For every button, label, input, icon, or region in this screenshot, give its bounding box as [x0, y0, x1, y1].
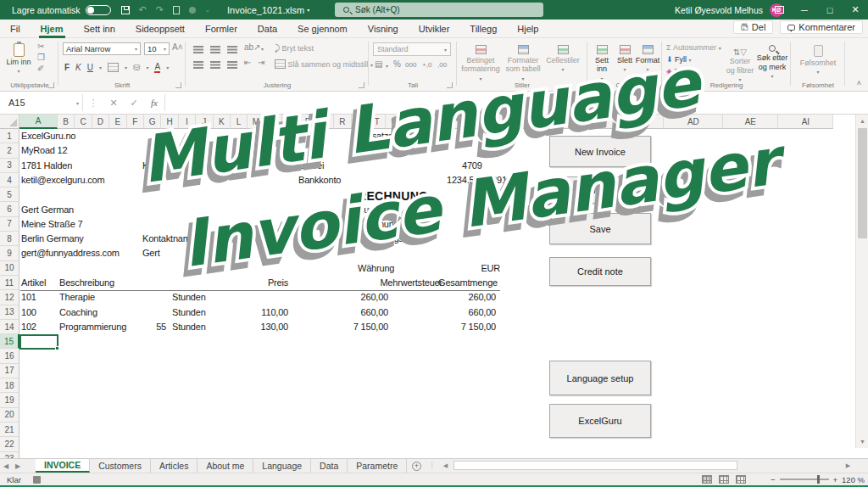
column-header-W[interactable]: W [420, 115, 437, 129]
fill-color-icon[interactable]: ⛁ [133, 64, 140, 72]
sheet-nav-left-icon[interactable]: ◀ [0, 459, 12, 473]
sheet-tab-invoice[interactable]: INVOICE [36, 459, 90, 473]
horizontal-scrollbar[interactable]: ◀ ▶ [437, 459, 854, 472]
column-header-R[interactable]: R [334, 115, 351, 129]
column-header-A[interactable]: A [19, 115, 58, 129]
column-header-AI[interactable]: AI [778, 115, 833, 129]
number-format-select[interactable]: Standard▾ [373, 42, 451, 56]
save-icon[interactable] [121, 6, 130, 14]
maximize-button[interactable]: □ [817, 0, 843, 20]
column-header-AC[interactable]: AC [604, 115, 664, 129]
fill-button[interactable]: ⬇ Fyll ▾ [666, 55, 692, 64]
menu-tab-sideoppsett[interactable]: Sideoppsett [125, 20, 195, 38]
decrease-decimal-icon[interactable]: ,00 [437, 61, 447, 70]
clipboard-dialog-launcher[interactable] [48, 82, 54, 88]
align-right-icon[interactable] [227, 61, 237, 63]
excelguru-button[interactable]: ExcelGuru [549, 404, 651, 438]
row-header-15[interactable]: 15 [0, 334, 19, 349]
menu-tab-visning[interactable]: Visning [358, 20, 409, 38]
row-header-7[interactable]: 7 [0, 217, 19, 232]
cancel-icon[interactable]: ✕ [103, 98, 124, 109]
column-header-T[interactable]: T [369, 115, 386, 129]
save-button[interactable]: Save [549, 213, 651, 244]
column-header-AA[interactable]: AA [516, 115, 560, 129]
insert-function-icon[interactable]: fx [144, 98, 164, 108]
increase-font-icon[interactable]: A˄ [172, 43, 183, 52]
comma-format-icon[interactable]: 000 [405, 61, 416, 70]
column-header-Z[interactable]: Z [472, 115, 516, 129]
touch-mode-icon[interactable] [173, 6, 180, 14]
sheet-tab-about-me[interactable]: About me [198, 459, 253, 473]
column-header-X[interactable]: X [438, 115, 455, 129]
name-box[interactable]: A15▾ [2, 94, 83, 111]
row-header-9[interactable]: 9 [0, 246, 19, 260]
row-header-20[interactable]: 20 [0, 408, 19, 423]
scroll-up-icon[interactable]: ▲ [856, 115, 868, 127]
font-size-select[interactable]: 10▾ [144, 42, 170, 55]
selected-cell[interactable] [19, 334, 58, 350]
increase-decimal-icon[interactable]: +,0 [422, 61, 431, 70]
delete-cells-button[interactable]: Slett▾ [614, 42, 636, 74]
alignment-dialog-launcher[interactable] [359, 82, 364, 88]
clear-button[interactable]: ◈ Fjern ▾ [666, 67, 696, 76]
scroll-left-icon[interactable]: ◀ [439, 459, 452, 472]
column-header-Q[interactable]: Q [317, 115, 334, 129]
qat-customize-icon[interactable]: ⌄ [205, 7, 210, 14]
row-header-16[interactable]: 16 [0, 349, 19, 363]
row-header-8[interactable]: 8 [0, 232, 19, 246]
menu-tab-hjelp[interactable]: Hjelp [507, 20, 548, 38]
insert-cells-button[interactable]: Sett inn▾ [590, 42, 614, 82]
row-header-2[interactable]: 2 [0, 143, 19, 158]
italic-button[interactable]: K [75, 63, 81, 72]
sheet-tab-customers[interactable]: Customers [90, 459, 151, 473]
sheet-tab-data[interactable]: Data [311, 459, 348, 473]
normal-view-icon[interactable] [702, 475, 712, 484]
column-header-L[interactable]: L [231, 115, 248, 129]
scroll-down-icon[interactable]: ▼ [856, 435, 868, 448]
worksheet[interactable]: ABCDEFGHIJKLMNOPQRSTUVWXYZAAABACADAEAI 1… [0, 115, 868, 458]
cell-styles-button[interactable]: Cellestiler▾ [544, 42, 581, 74]
column-header-AE[interactable]: AE [723, 115, 778, 129]
sheet-nav-right-icon[interactable]: ▶ [12, 459, 24, 473]
column-header-V[interactable]: V [403, 115, 420, 129]
bold-button[interactable]: F [64, 63, 70, 72]
vertical-scrollbar[interactable]: ▲ ▼ [855, 115, 868, 448]
row-header-11[interactable]: 11 [0, 276, 19, 290]
sheet-tab-articles[interactable]: Articles [151, 459, 198, 473]
column-header-AD[interactable]: AD [664, 115, 723, 129]
column-header-J[interactable]: J [196, 115, 213, 129]
close-button[interactable]: ✕ [843, 0, 868, 20]
column-header-U[interactable]: U [386, 115, 403, 129]
search-input[interactable]: Søk (Alt+Q) [335, 3, 543, 17]
orientation-icon[interactable]: ab↗ [244, 43, 261, 52]
fill-handle[interactable] [55, 346, 59, 350]
row-header-17[interactable]: 17 [0, 364, 19, 378]
autosave-toggle[interactable] [86, 5, 111, 15]
cut-icon[interactable]: ✂ [37, 42, 45, 51]
row-header-22[interactable]: 22 [0, 437, 19, 451]
zoom-out-icon[interactable]: − [771, 475, 776, 484]
new-invoice-button[interactable]: New Invoice [549, 136, 651, 167]
zoom-in-icon[interactable]: + [833, 475, 838, 484]
row-header-10[interactable]: 10 [0, 261, 19, 276]
align-bottom-icon[interactable] [227, 46, 237, 48]
redo-icon[interactable]: ↷ [156, 4, 164, 15]
column-header-F[interactable]: F [127, 115, 144, 129]
share-button[interactable]: 🖆Del [733, 20, 774, 34]
column-header-G[interactable]: G [144, 115, 161, 129]
underline-button[interactable]: U [87, 63, 93, 72]
row-header-21[interactable]: 21 [0, 423, 19, 437]
zoom-handle[interactable] [817, 475, 820, 484]
column-header-I[interactable]: I [179, 115, 196, 129]
horizontal-scroll-thumb[interactable] [453, 461, 737, 470]
format-as-table-button[interactable]: Formater som tabell ▾ [504, 42, 542, 82]
sheet-tab-language[interactable]: Language [253, 459, 311, 473]
row-header-23[interactable]: 23 [0, 452, 19, 458]
credit-note-button[interactable]: Credit note [549, 257, 651, 286]
menu-tab-tillegg[interactable]: Tillegg [459, 20, 507, 38]
column-header-B[interactable]: B [58, 115, 75, 129]
new-sheet-button[interactable]: + [407, 459, 426, 473]
minimize-button[interactable]: ─ [792, 0, 817, 20]
page-layout-view-icon[interactable] [719, 475, 729, 484]
column-header-Y[interactable]: Y [455, 115, 472, 129]
